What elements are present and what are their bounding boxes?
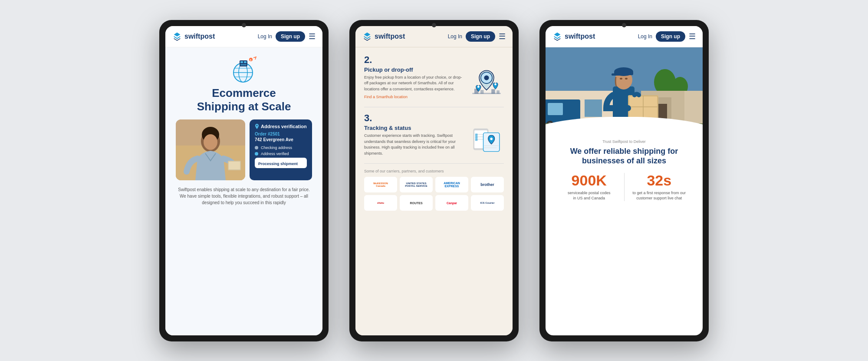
tablet-2-menu-icon[interactable]: ☰ (499, 32, 506, 41)
svg-rect-33 (475, 136, 478, 139)
tablet-1-content: $ Ecommerce Shipping at Scale (165, 47, 322, 335)
tablet-1-addr-title: Address verification (255, 124, 307, 129)
tablet-1-photo (176, 119, 245, 180)
stat-postal-codes: 900K serviceable postal codesin US and C… (554, 173, 625, 201)
section2-desc: Enjoy free pickup from a location of you… (364, 75, 465, 93)
tablet-1-logo-text: swiftpost (184, 33, 215, 40)
step2-label: Address verified (261, 152, 289, 156)
section3-text: Tracking & status Customer experience st… (364, 125, 465, 156)
section2-number: 2. (364, 54, 504, 66)
tablet-1: swiftpost Log In Sign up ☰ (159, 20, 329, 341)
svg-point-20 (477, 86, 480, 88)
svg-point-21 (494, 83, 496, 85)
tablet-3-hero-image (546, 47, 703, 134)
tablet-3-nav-actions: Log In Sign up ☰ (638, 31, 696, 42)
section-pickup: 2. Pickup or drop-off Enjoy free pickup … (364, 54, 504, 100)
svg-rect-51 (585, 99, 602, 117)
svg-rect-53 (548, 103, 563, 115)
tablet-1-menu-icon[interactable]: ☰ (309, 32, 316, 41)
tablet-3-signup-button[interactable]: Sign up (656, 31, 685, 42)
stat1-number: 900K (559, 173, 620, 188)
tablet-2-signup-button[interactable]: Sign up (466, 31, 495, 42)
partners-divider (364, 163, 504, 164)
svg-rect-23 (474, 89, 478, 93)
logo-canpar: Canpar (435, 195, 468, 211)
tablet-3: swiftpost Log In Sign up ☰ (539, 20, 709, 341)
svg-point-19 (484, 75, 489, 80)
section2-title: Pickup or drop-off (364, 66, 465, 73)
tablet-1-order: Order #2501 (255, 132, 307, 136)
tablet-2-logo: swiftpost (362, 32, 405, 41)
tablet-3-menu-icon[interactable]: ☰ (689, 32, 696, 41)
swiftpost-logo-icon-3 (552, 32, 562, 41)
tablet-1-signup-button[interactable]: Sign up (276, 31, 305, 42)
svg-point-15 (204, 134, 217, 150)
section3-desc: Customer experience starts with tracking… (364, 133, 465, 156)
pickup-illustration (469, 66, 504, 97)
tablet-1-description: Swiftpost enables shipping at scale to a… (176, 186, 312, 206)
smarthub-link[interactable]: Find a Smarthub location (364, 95, 408, 99)
tablet-1-logo: swiftpost (172, 32, 215, 41)
tablet-2: swiftpost Log In Sign up ☰ 2. Pickup or … (349, 20, 519, 341)
svg-rect-8 (240, 64, 247, 66)
step2-dot (255, 152, 258, 156)
stat2-number: 32s (629, 173, 690, 188)
section2-row: Pickup or drop-off Enjoy free pickup fro… (364, 66, 504, 100)
tablet-2-nav: swiftpost Log In Sign up ☰ (355, 26, 513, 47)
tablet-2-camera (432, 23, 436, 27)
svg-rect-26 (496, 90, 500, 93)
location-pin-icon (255, 124, 259, 129)
tablet-3-logo: swiftpost (552, 32, 595, 41)
tablet-3-camera (622, 23, 626, 27)
tablet-3-main-title: We offer reliable shipping for businesse… (554, 146, 694, 166)
logo-brother: brother (471, 177, 504, 192)
partners-logos-grid: McKESSONCanada UNITED STATESPOSTAL SERVI… (364, 177, 504, 211)
step1-dot (255, 146, 258, 149)
logo-amex: AMERICANEXPRESS (435, 177, 468, 192)
stat2-description: to get a first response from ourcustomer… (629, 190, 690, 201)
svg-rect-24 (480, 90, 483, 93)
main-scene: swiftpost Log In Sign up ☰ (142, 3, 726, 359)
tablet-1-hero-title: Ecommerce Shipping at Scale (197, 86, 291, 113)
processing-label: Processing shipment (258, 162, 298, 166)
tablet-1-street: 742 Evergreen Ave (255, 137, 307, 142)
tablet-1-card-area: Address verification Order #2501 742 Eve… (176, 119, 312, 180)
logo-routes: ROUTES (400, 195, 433, 211)
section-tracking: 3. Tracking & status Customer experience… (364, 113, 504, 156)
tablet-2-content: 2. Pickup or drop-off Enjoy free pickup … (355, 47, 513, 335)
tablet-1-screen: swiftpost Log In Sign up ☰ (165, 26, 322, 335)
step1-label: Checking address (261, 146, 292, 150)
svg-rect-62 (612, 73, 620, 76)
tablet-1-address-card: Address verification Order #2501 742 Eve… (250, 119, 312, 180)
stat-response-time: 32s to get a first response from ourcust… (625, 173, 694, 201)
tablet-1-nav-actions: Log In Sign up ☰ (258, 31, 316, 42)
trust-text: Trust Swiftpost to Deliver (554, 139, 694, 144)
tablet-2-screen: swiftpost Log In Sign up ☰ 2. Pickup or … (355, 26, 513, 335)
partners-label: Some of our carriers, partners, and cust… (364, 169, 504, 173)
tablet-3-login-button[interactable]: Log In (638, 33, 652, 40)
tablet-1-camera (242, 23, 246, 27)
svg-rect-34 (475, 139, 478, 141)
tablet-3-lower: Trust Swiftpost to Deliver We offer reli… (546, 134, 703, 335)
tablet-1-nav: swiftpost Log In Sign up ☰ (165, 26, 322, 47)
logo-usps: UNITED STATESPOSTAL SERVICE (400, 177, 433, 192)
tablet-1-step1: Checking address (255, 146, 307, 150)
tablet-1-login-button[interactable]: Log In (258, 33, 272, 40)
svg-rect-25 (491, 89, 495, 93)
tablet-3-nav: swiftpost Log In Sign up ☰ (546, 26, 703, 47)
svg-point-64 (625, 78, 628, 79)
stat1-description: serviceable postal codesin US and Canada (559, 190, 620, 201)
tablet-2-logo-text: swiftpost (375, 33, 405, 40)
swiftpost-logo-icon (172, 32, 182, 41)
svg-rect-7 (244, 61, 247, 63)
section3-number: 3. (364, 113, 504, 124)
logo-chetu: chetu (364, 195, 397, 211)
section-divider (364, 107, 504, 107)
tracking-illustration (469, 125, 504, 155)
tablet-2-nav-actions: Log In Sign up ☰ (448, 31, 506, 42)
tablet-3-screen: swiftpost Log In Sign up ☰ (546, 26, 703, 335)
swiftpost-logo-icon-2 (362, 32, 372, 41)
section3-row: Tracking & status Customer experience st… (364, 125, 504, 156)
logo-ics: ICS Courier (471, 195, 504, 211)
tablet-2-login-button[interactable]: Log In (448, 33, 462, 40)
